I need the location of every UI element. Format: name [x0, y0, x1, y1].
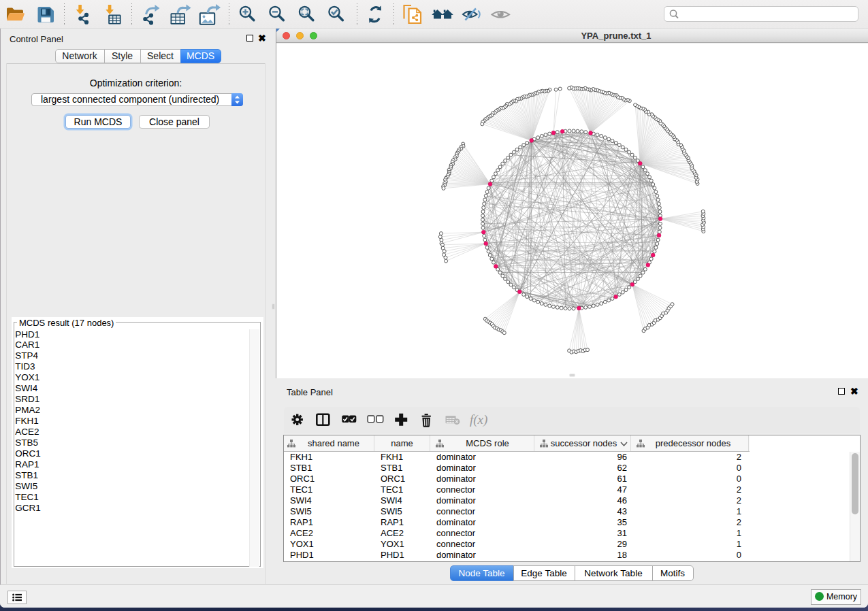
svg-text:f(x): f(x) — [470, 412, 487, 427]
